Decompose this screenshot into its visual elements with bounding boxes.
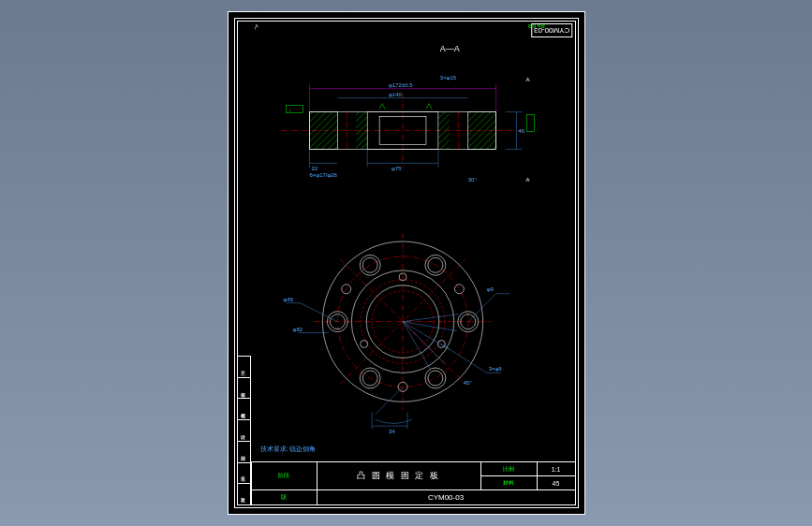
svg-text:φ9: φ9 [486,286,494,292]
drawing-title: 凸 圆 模 固 定 板 [317,462,481,490]
svg-rect-7 [437,112,449,150]
svg-text:⟂: ⟂ [288,108,290,112]
stage-cell: 阶段 [252,462,317,490]
svg-line-71 [403,314,459,322]
scale-value: 1:1 [538,462,575,476]
svg-text:22: 22 [311,166,317,171]
svg-text:40: 40 [518,128,524,134]
svg-point-66 [360,341,367,348]
rev-label: 版 [252,490,317,504]
ra-mark: Ra 6.3 [528,23,545,29]
section-view: φ172±0.5 φ140 φ75 40 22 3×φ15 6×φ17/φ26 … [281,75,534,183]
svg-text:A: A [525,177,529,183]
svg-rect-27 [526,115,534,132]
left-cell: 日期 [238,442,250,463]
material-label: 材料 [481,476,538,490]
svg-point-59 [362,257,377,272]
section-label: A—A [439,44,459,53]
sheet-canvas: CYM00-03 √ [228,11,585,515]
sheet-code: CYM00-03 [317,490,575,504]
svg-point-53 [427,371,442,386]
scale-label: 比例 [481,462,538,476]
svg-text:φ172±0.5: φ172±0.5 [389,82,413,88]
svg-line-70 [403,322,431,371]
svg-text:3×φ9: 3×φ9 [488,366,502,372]
svg-line-74 [467,294,495,322]
left-cell: 设计 [238,420,250,442]
material-value: 45 [538,476,575,490]
svg-text:30°: 30° [467,177,477,183]
svg-line-72 [300,303,337,322]
svg-text:φ82: φ82 [292,327,303,332]
left-cell: 更改 [238,484,250,505]
plan-view: φ45 φ9 3×φ9 45° 34 φ82 [283,233,509,434]
svg-text:34: 34 [389,429,395,434]
left-cell: 审核 [238,378,250,400]
svg-text:6×φ17/φ26: 6×φ17/φ26 [309,172,337,178]
svg-text:φ45: φ45 [283,297,293,302]
svg-rect-6 [356,112,367,150]
left-cell: 标准化 [238,399,250,420]
left-cell: 签名 [238,463,250,485]
svg-line-78 [375,387,403,415]
tech-note: 技术要求: 锐边倒角 [260,445,317,454]
title-block: 阶段 凸 圆 模 固 定 板 比例 1:1 材料 45 版 CYM00-03 [251,461,576,505]
svg-point-62 [454,285,464,294]
svg-rect-4 [309,112,337,150]
svg-text:φ140: φ140 [389,92,403,97]
svg-text:45°: 45° [463,380,472,386]
svg-text:A: A [525,77,529,82]
drawing-area: φ172±0.5 φ140 φ75 40 22 3×φ15 6×φ17/φ26 … [251,23,573,461]
svg-rect-5 [467,112,495,150]
left-cell: 工艺 [238,357,250,378]
svg-text:φ75: φ75 [391,166,402,171]
svg-text:3×φ15: 3×φ15 [439,75,456,80]
left-revision-column: 工艺 审核 标准化 设计 日期 签名 更改 [237,356,251,505]
